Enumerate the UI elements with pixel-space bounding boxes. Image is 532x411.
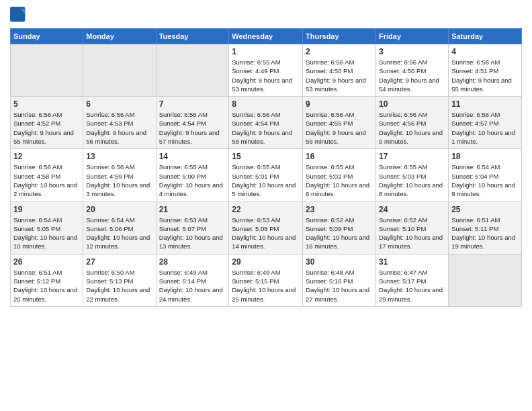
calendar-week-row: 5Sunrise: 6:56 AM Sunset: 4:52 PM Daylig… [11,97,522,149]
day-info: Sunrise: 6:53 AM Sunset: 5:08 PM Dayligh… [232,216,300,251]
day-info: Sunrise: 6:55 AM Sunset: 5:01 PM Dayligh… [232,163,300,198]
day-info: Sunrise: 6:51 AM Sunset: 5:12 PM Dayligh… [13,268,80,304]
calendar-cell: 3Sunrise: 6:56 AM Sunset: 4:50 PM Daylig… [376,44,449,97]
weekday-header-tuesday: Tuesday [156,29,229,44]
weekday-header-wednesday: Wednesday [229,29,303,44]
day-info: Sunrise: 6:54 AM Sunset: 5:04 PM Dayligh… [451,163,519,198]
calendar-cell: 13Sunrise: 6:56 AM Sunset: 4:59 PM Dayli… [83,149,156,201]
day-number: 14 [159,152,226,161]
day-number: 22 [232,205,300,214]
day-number: 15 [232,152,300,161]
day-number: 11 [451,99,519,109]
day-info: Sunrise: 6:52 AM Sunset: 5:09 PM Dayligh… [306,216,373,251]
calendar-week-row: 1Sunrise: 6:55 AM Sunset: 4:49 PM Daylig… [11,44,522,97]
calendar-cell [83,44,156,97]
day-number: 26 [13,257,80,267]
calendar-cell: 8Sunrise: 6:56 AM Sunset: 4:54 PM Daylig… [229,97,303,149]
weekday-header-row: SundayMondayTuesdayWednesdayThursdayFrid… [11,29,522,44]
day-info: Sunrise: 6:49 AM Sunset: 5:15 PM Dayligh… [232,268,300,304]
day-info: Sunrise: 6:56 AM Sunset: 4:57 PM Dayligh… [451,110,519,146]
calendar-cell: 7Sunrise: 6:56 AM Sunset: 4:54 PM Daylig… [156,97,229,149]
day-number: 1 [232,47,300,56]
day-info: Sunrise: 6:56 AM Sunset: 4:58 PM Dayligh… [13,163,80,198]
calendar-cell: 11Sunrise: 6:56 AM Sunset: 4:57 PM Dayli… [449,97,522,149]
day-info: Sunrise: 6:47 AM Sunset: 5:17 PM Dayligh… [379,268,445,304]
weekday-header-friday: Friday [376,29,449,44]
day-info: Sunrise: 6:55 AM Sunset: 5:02 PM Dayligh… [306,163,373,198]
day-number: 7 [159,99,226,109]
day-number: 23 [306,205,373,214]
day-info: Sunrise: 6:53 AM Sunset: 5:07 PM Dayligh… [159,216,226,251]
calendar-cell [156,44,229,97]
calendar-cell: 29Sunrise: 6:49 AM Sunset: 5:15 PM Dayli… [229,254,303,306]
weekday-header-monday: Monday [83,29,156,44]
calendar-cell [449,254,522,306]
calendar-body: 1Sunrise: 6:55 AM Sunset: 4:49 PM Daylig… [11,44,522,307]
calendar-cell [11,44,83,97]
calendar-week-row: 19Sunrise: 6:54 AM Sunset: 5:05 PM Dayli… [11,201,522,254]
day-number: 9 [306,99,373,109]
day-info: Sunrise: 6:52 AM Sunset: 5:10 PM Dayligh… [379,216,445,251]
calendar-cell: 27Sunrise: 6:50 AM Sunset: 5:13 PM Dayli… [83,254,156,306]
day-number: 31 [379,257,445,267]
day-info: Sunrise: 6:51 AM Sunset: 5:11 PM Dayligh… [451,216,519,251]
day-info: Sunrise: 6:56 AM Sunset: 4:50 PM Dayligh… [379,58,445,93]
calendar-cell: 31Sunrise: 6:47 AM Sunset: 5:17 PM Dayli… [376,254,449,306]
day-number: 10 [379,99,445,109]
day-number: 6 [86,99,152,109]
day-number: 5 [13,99,80,109]
day-info: Sunrise: 6:55 AM Sunset: 5:00 PM Dayligh… [159,163,226,198]
calendar-cell: 23Sunrise: 6:52 AM Sunset: 5:09 PM Dayli… [303,201,376,254]
logo-icon [10,7,26,23]
day-number: 20 [86,205,152,214]
day-number: 17 [379,152,445,161]
calendar-cell: 5Sunrise: 6:56 AM Sunset: 4:52 PM Daylig… [11,97,83,149]
calendar-cell: 19Sunrise: 6:54 AM Sunset: 5:05 PM Dayli… [11,201,83,254]
calendar-cell: 17Sunrise: 6:55 AM Sunset: 5:03 PM Dayli… [376,149,449,201]
calendar-cell: 6Sunrise: 6:56 AM Sunset: 4:53 PM Daylig… [83,97,156,149]
weekday-header-saturday: Saturday [449,29,522,44]
day-info: Sunrise: 6:55 AM Sunset: 4:49 PM Dayligh… [232,58,300,93]
day-number: 30 [306,257,373,267]
day-info: Sunrise: 6:54 AM Sunset: 5:06 PM Dayligh… [86,216,152,251]
day-number: 13 [86,152,152,161]
calendar-cell: 15Sunrise: 6:55 AM Sunset: 5:01 PM Dayli… [229,149,303,201]
day-number: 2 [306,47,373,56]
calendar-cell: 10Sunrise: 6:56 AM Sunset: 4:56 PM Dayli… [376,97,449,149]
day-info: Sunrise: 6:49 AM Sunset: 5:14 PM Dayligh… [159,268,226,304]
day-info: Sunrise: 6:56 AM Sunset: 4:54 PM Dayligh… [232,110,300,146]
day-info: Sunrise: 6:56 AM Sunset: 4:51 PM Dayligh… [451,58,519,93]
calendar-cell: 2Sunrise: 6:56 AM Sunset: 4:50 PM Daylig… [303,44,376,97]
day-number: 24 [379,205,445,214]
calendar-cell: 9Sunrise: 6:56 AM Sunset: 4:55 PM Daylig… [303,97,376,149]
day-number: 18 [451,152,519,161]
day-info: Sunrise: 6:56 AM Sunset: 4:52 PM Dayligh… [13,110,80,146]
day-number: 4 [451,47,519,56]
day-info: Sunrise: 6:56 AM Sunset: 4:55 PM Dayligh… [306,110,373,146]
calendar-cell: 12Sunrise: 6:56 AM Sunset: 4:58 PM Dayli… [11,149,83,201]
calendar-cell: 14Sunrise: 6:55 AM Sunset: 5:00 PM Dayli… [156,149,229,201]
calendar-cell: 4Sunrise: 6:56 AM Sunset: 4:51 PM Daylig… [449,44,522,97]
day-number: 28 [159,257,226,267]
day-number: 25 [451,205,519,214]
calendar-cell: 1Sunrise: 6:55 AM Sunset: 4:49 PM Daylig… [229,44,303,97]
calendar-cell: 21Sunrise: 6:53 AM Sunset: 5:07 PM Dayli… [156,201,229,254]
day-info: Sunrise: 6:56 AM Sunset: 4:50 PM Dayligh… [306,58,373,93]
calendar-week-row: 26Sunrise: 6:51 AM Sunset: 5:12 PM Dayli… [11,254,522,306]
day-info: Sunrise: 6:50 AM Sunset: 5:13 PM Dayligh… [86,268,152,304]
calendar-week-row: 12Sunrise: 6:56 AM Sunset: 4:58 PM Dayli… [11,149,522,201]
day-number: 29 [232,257,300,267]
day-info: Sunrise: 6:56 AM Sunset: 4:53 PM Dayligh… [86,110,152,146]
day-number: 8 [232,99,300,109]
day-info: Sunrise: 6:55 AM Sunset: 5:03 PM Dayligh… [379,163,445,198]
calendar-cell: 24Sunrise: 6:52 AM Sunset: 5:10 PM Dayli… [376,201,449,254]
day-info: Sunrise: 6:56 AM Sunset: 4:56 PM Dayligh… [379,110,445,146]
calendar-cell: 26Sunrise: 6:51 AM Sunset: 5:12 PM Dayli… [11,254,83,306]
calendar-cell: 16Sunrise: 6:55 AM Sunset: 5:02 PM Dayli… [303,149,376,201]
day-number: 3 [379,47,445,56]
day-info: Sunrise: 6:56 AM Sunset: 4:59 PM Dayligh… [86,163,152,198]
day-info: Sunrise: 6:54 AM Sunset: 5:05 PM Dayligh… [13,216,80,251]
day-number: 21 [159,205,226,214]
calendar-cell: 22Sunrise: 6:53 AM Sunset: 5:08 PM Dayli… [229,201,303,254]
calendar-cell: 18Sunrise: 6:54 AM Sunset: 5:04 PM Dayli… [449,149,522,201]
